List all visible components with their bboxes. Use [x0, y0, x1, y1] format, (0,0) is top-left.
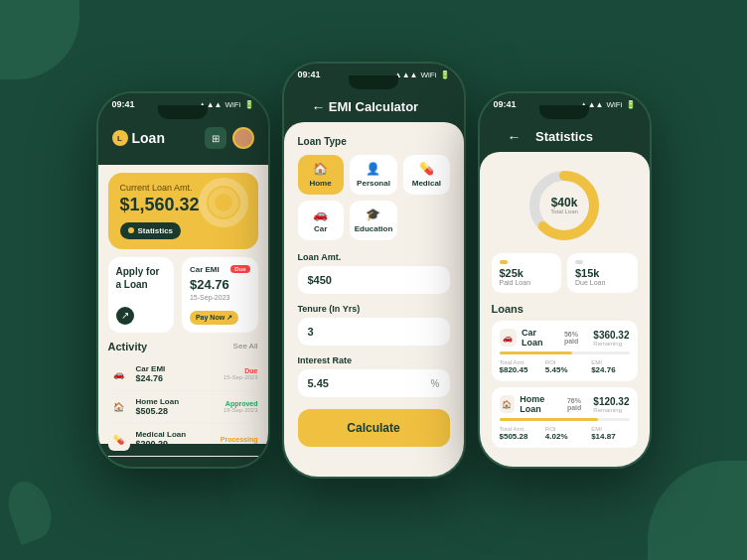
home-loan-status: Approved [224, 400, 258, 407]
medical-loan-name: Medical Loan [136, 430, 215, 439]
car-loan-name: 🚗 Car Loan 56% paid [500, 328, 594, 348]
decorative-leaf-tl [0, 0, 79, 79]
car-emi-icon: 🚗 [108, 363, 130, 385]
loan-stats-row: $25k Paid Loan $15k Due Loan [492, 253, 638, 293]
home-loan-date: 18-Sep-2023 [224, 407, 258, 413]
home-roi: ROI 4.02% [545, 426, 583, 441]
calculate-label: Calculate [347, 421, 399, 435]
loans-section-title: Loans [492, 303, 638, 315]
car-type-label: Car [314, 224, 327, 233]
center-phone-title: EMI Calculator [329, 99, 418, 114]
car-type-icon: 🚗 [313, 208, 328, 221]
notch-right [539, 105, 589, 119]
loan-types-grid: 🏠 Home 👤 Personal 💊 Medical 🚗 Car 🎓 [298, 155, 450, 240]
interest-rate-value: 5.45 [308, 377, 329, 389]
donut-center-info: $40k Total Loan [550, 197, 578, 214]
medical-type-label: Medical [412, 179, 441, 188]
donut-label: Total Loan [550, 209, 578, 214]
back-arrow-right[interactable]: ← [508, 129, 522, 145]
emi-label: Car EMI [190, 265, 220, 274]
paid-loan-label: Paid Loan [500, 279, 554, 286]
loan-type-medical[interactable]: 💊 Medical [403, 155, 449, 195]
loan-amt-field[interactable]: $450 [298, 266, 450, 294]
status-time-right: 09:41 [494, 99, 517, 109]
home-loan-icon-box: 🏠 [500, 395, 516, 413]
right-phone-header: ← Statistics [494, 123, 636, 152]
home-loan-paid: 76% paid [567, 397, 593, 411]
home-loan-amount: $505.28 [136, 406, 218, 416]
see-all-link[interactable]: See All [233, 342, 258, 350]
donut-chart-container: $40k Total Loan [492, 166, 638, 245]
calculate-button[interactable]: Calculate [298, 409, 450, 447]
apply-loan-title: Apply fora Loan [116, 265, 166, 291]
car-loan-icon: 🚗 [500, 329, 517, 347]
interest-rate-field[interactable]: 5.45 % [298, 369, 450, 397]
due-dot [575, 260, 583, 264]
notch-left [158, 105, 208, 119]
back-arrow-center[interactable]: ← [312, 99, 326, 115]
activity-item: 🚗 Car EMI $24.76 Due 15-Sep-2023 [108, 358, 258, 391]
phone-right: 09:41 ▲▲▲ WiFi 🔋 ← Statistics [478, 91, 652, 469]
car-emi-detail: EMI $24.76 [591, 359, 629, 374]
due-badge: Due [230, 265, 249, 273]
activity-section: Activity See All 🚗 Car EMI $24.76 Due 15… [108, 341, 258, 457]
home-emi-detail: EMI $14.87 [591, 426, 629, 441]
center-content: Loan Type 🏠 Home 👤 Personal 💊 Medical 🚗 … [284, 122, 464, 479]
home-loan-header: 🏠 Home Loan 76% paid $120.32 Remaining [500, 394, 630, 414]
loan-type-education[interactable]: 🎓 Education [350, 201, 398, 240]
stats-dot [128, 227, 134, 233]
home-loan-progress-fill [500, 418, 599, 421]
car-emi-right: Due 15-Sep-2023 [224, 367, 258, 380]
car-emi-name: Car EMI [136, 364, 218, 373]
car-emi-date: 15-Sep-2023 [224, 374, 258, 380]
interest-rate-group: Interest Rate 5.45 % [298, 355, 450, 397]
home-loan-item: 🏠 Home Loan 76% paid $120.32 Remaining T… [492, 387, 638, 448]
donut-chart: $40k Total Loan [524, 166, 604, 245]
car-loan-progress-bar [500, 351, 630, 354]
loan-type-label: Loan Type [298, 136, 450, 147]
yellow-card: Current Loan Amt. $1,560.32 Statistics [108, 173, 258, 249]
home-type-label: Home [309, 179, 331, 188]
decorative-leaf-bl [1, 476, 59, 545]
personal-type-label: Personal [357, 179, 390, 188]
phones-container: 09:41 ▲▲▲ WiFi 🔋 L Loan ⊞ [96, 81, 652, 479]
statistics-title: Statistics [535, 129, 593, 144]
status-time-center: 09:41 [298, 70, 321, 79]
loan-amt-label: Loan Amt. [298, 252, 450, 262]
avatar[interactable] [232, 127, 254, 149]
loan-type-home[interactable]: 🏠 Home [298, 155, 344, 195]
grid-icon-box[interactable]: ⊞ [205, 127, 226, 149]
medical-loan-info: Medical Loan $200.29 [136, 430, 215, 449]
car-total-amt: Total Amt. $820.45 [500, 359, 537, 374]
emi-card: Car EMI Due $24.76 15-Sep-2023 Pay Now ↗ [182, 257, 258, 333]
car-loan-label: Car Loan [522, 328, 559, 348]
loan-header: L Loan ⊞ [112, 127, 254, 149]
home-loan-icon: 🏠 [108, 396, 130, 418]
loan-type-car[interactable]: 🚗 Car [298, 201, 344, 240]
loan-type-personal[interactable]: 👤 Personal [350, 155, 398, 195]
home-loan-details: Total Amt. $505.28 ROI 4.02% EMI $14.87 [500, 426, 630, 441]
medical-loan-icon: 💊 [108, 429, 130, 451]
medical-loan-right: Processing [221, 436, 258, 443]
statistics-button[interactable]: Statistics [120, 222, 182, 239]
car-loan-remaining: $360.32 [593, 330, 629, 341]
card-pattern-2 [209, 188, 238, 217]
car-roi: ROI 5.45% [545, 359, 583, 374]
tenure-label: Tenure (In Yrs) [298, 304, 450, 314]
home-loan-right: Approved 18-Sep-2023 [224, 400, 258, 413]
home-total-amt: Total Amt. $505.28 [500, 426, 537, 441]
interest-rate-suffix: % [431, 378, 440, 389]
apply-loan-card[interactable]: Apply fora Loan ↗ [108, 257, 174, 333]
pay-now-label: Pay Now ↗ [196, 314, 232, 322]
notch-center [349, 75, 398, 89]
pay-now-button[interactable]: Pay Now ↗ [190, 311, 238, 325]
medical-loan-amount: $200.29 [136, 439, 215, 449]
center-phone-header: ← EMI Calculator [298, 93, 450, 122]
home-loan-label: Home Loan [520, 394, 562, 414]
interest-rate-label: Interest Rate [298, 355, 450, 365]
tenure-field[interactable]: 3 [298, 318, 450, 346]
emi-date: 15-Sep-2023 [190, 294, 250, 301]
header-icons: ⊞ [205, 127, 254, 149]
activity-item: 🏠 Home Loan $505.28 Approved 18-Sep-2023 [108, 391, 258, 424]
due-loan-amount: $15k [575, 267, 630, 279]
